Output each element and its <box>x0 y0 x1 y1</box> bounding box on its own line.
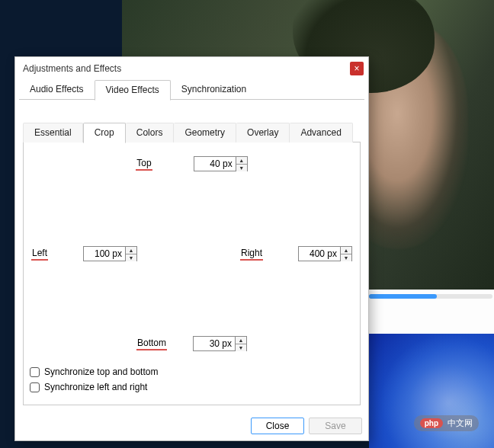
chevron-down-icon[interactable]: ▼ <box>236 165 247 171</box>
subtab-crop[interactable]: Crop <box>83 123 126 143</box>
crop-right-label: Right <box>240 248 263 261</box>
subtab-overlay[interactable]: Overlay <box>236 123 290 142</box>
crop-top-input[interactable] <box>194 156 236 171</box>
dialog-button-row: Close Save <box>15 413 368 440</box>
watermark-brand: php <box>420 418 443 428</box>
chevron-up-icon[interactable]: ▲ <box>126 247 136 254</box>
tab-synchronization[interactable]: Synchronization <box>171 80 257 100</box>
dialog-titlebar: Adjustments and Effects × <box>15 57 368 80</box>
crop-bottom-spinner[interactable]: ▲ ▼ <box>236 336 247 351</box>
crop-left-spinner[interactable]: ▲ ▼ <box>126 246 137 261</box>
crop-bottom-label: Bottom <box>136 338 167 350</box>
sync-left-right-checkbox[interactable] <box>30 382 40 392</box>
dialog-title: Adjustments and Effects <box>23 63 121 74</box>
crop-left-input[interactable] <box>83 246 126 261</box>
chevron-up-icon[interactable]: ▲ <box>341 247 351 254</box>
sync-top-bottom-checkbox[interactable] <box>30 367 40 377</box>
save-button: Save <box>309 418 362 434</box>
video-effects-sub-tabs: Essential Crop Colors Geometry Overlay A… <box>23 123 361 142</box>
adjustments-effects-dialog: Adjustments and Effects × Audio Effects … <box>14 56 369 441</box>
playback-progress-bar[interactable] <box>369 294 492 299</box>
crop-left-label: Left <box>31 248 48 261</box>
watermark-text: 中文网 <box>447 418 473 429</box>
chevron-down-icon[interactable]: ▼ <box>341 254 351 261</box>
chevron-down-icon[interactable]: ▼ <box>126 254 136 261</box>
subtab-geometry[interactable]: Geometry <box>174 123 236 142</box>
subtab-colors[interactable]: Colors <box>126 123 175 142</box>
crop-top-spinner[interactable]: ▲ ▼ <box>236 156 248 171</box>
subtab-essential[interactable]: Essential <box>23 123 83 142</box>
chevron-up-icon[interactable]: ▲ <box>236 337 246 344</box>
subtab-advanced[interactable]: Advanced <box>290 123 352 142</box>
progress-area <box>369 290 494 303</box>
crop-right-spinner[interactable]: ▲ ▼ <box>341 246 352 261</box>
close-icon[interactable]: × <box>350 62 364 75</box>
sync-top-bottom-label: Synchronize top and bottom <box>44 366 158 377</box>
crop-panel: Top ▲ ▼ Left ▲ ▼ <box>23 142 361 405</box>
chevron-down-icon[interactable]: ▼ <box>236 344 246 351</box>
watermark-badge: php 中文网 <box>414 415 479 431</box>
sync-left-right-label: Synchronize left and right <box>44 382 147 392</box>
main-tabs: Audio Effects Video Effects Synchronizat… <box>15 80 368 100</box>
chevron-up-icon[interactable]: ▲ <box>236 157 247 165</box>
crop-top-label: Top <box>136 158 152 171</box>
tab-video-effects[interactable]: Video Effects <box>95 80 171 101</box>
crop-bottom-input[interactable] <box>193 336 236 351</box>
close-button[interactable]: Close <box>251 418 304 434</box>
player-controls-area <box>369 303 494 334</box>
crop-right-input[interactable] <box>298 246 341 261</box>
tab-audio-effects[interactable]: Audio Effects <box>19 80 95 100</box>
